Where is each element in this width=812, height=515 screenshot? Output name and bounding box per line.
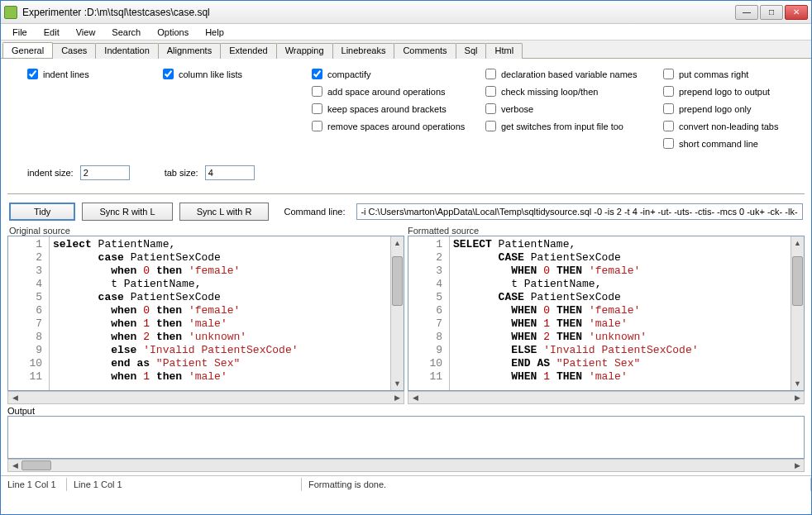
output-hscroll[interactable]: ◀ ▶ bbox=[7, 459, 805, 472]
chk-short-command-line-label: short command line bbox=[679, 139, 758, 149]
chk-verbose-box[interactable] bbox=[485, 103, 496, 114]
menu-view[interactable]: View bbox=[68, 26, 104, 39]
chk-prepend-logo-only[interactable]: prepend logo only bbox=[663, 103, 795, 114]
tab-size-input[interactable] bbox=[205, 165, 255, 180]
divider bbox=[7, 193, 805, 194]
chk-get-switches-box[interactable] bbox=[485, 121, 496, 131]
formatted-vscroll[interactable]: ▲ ▼ bbox=[791, 236, 804, 390]
chk-check-missing-loop[interactable]: check missing loop/then bbox=[485, 86, 663, 97]
chk-put-commas-right[interactable]: put commas right bbox=[663, 69, 795, 79]
menu-options[interactable]: Options bbox=[149, 26, 197, 39]
chk-prepend-logo-only-label: prepend logo only bbox=[679, 104, 751, 114]
scroll-left-icon[interactable]: ◀ bbox=[8, 460, 21, 471]
scroll-up-icon[interactable]: ▲ bbox=[791, 236, 804, 250]
chk-prepend-logo-output-label: prepend logo to output bbox=[679, 87, 770, 97]
chk-get-switches[interactable]: get switches from input file too bbox=[485, 121, 663, 131]
tab-alignments[interactable]: Alignments bbox=[158, 43, 221, 59]
chk-indent-lines-box[interactable] bbox=[27, 69, 38, 79]
original-gutter: 1 2 3 4 5 6 7 8 9 10 11 bbox=[8, 236, 50, 390]
menu-file[interactable]: File bbox=[4, 26, 36, 39]
tab-size-label: tab size: bbox=[165, 168, 198, 178]
titlebar[interactable]: Experimenter :D:\m\tsql\testcases\case.s… bbox=[1, 1, 811, 24]
tab-cases[interactable]: Cases bbox=[52, 43, 96, 59]
chk-keep-spaces-brackets[interactable]: keep spaces around brackets bbox=[312, 103, 485, 114]
chk-prepend-logo-only-box[interactable] bbox=[663, 103, 674, 114]
chk-decl-based-names-box[interactable] bbox=[485, 69, 496, 79]
indent-size-input[interactable] bbox=[80, 165, 130, 180]
menu-edit[interactable]: Edit bbox=[36, 26, 68, 39]
chk-remove-spaces-ops-label: remove spaces around operations bbox=[327, 122, 465, 131]
chk-decl-based-names-label: declaration based variable names bbox=[501, 69, 638, 79]
original-source-panel: 1 2 3 4 5 6 7 8 9 10 11 select PatientNa… bbox=[7, 236, 404, 391]
status-pos-left: Line 1 Col 1 bbox=[1, 478, 67, 491]
scroll-right-icon[interactable]: ▶ bbox=[390, 392, 404, 403]
tab-indentation[interactable]: Indentation bbox=[95, 43, 158, 59]
sync-l-with-r-button[interactable]: Sync L with R bbox=[179, 203, 270, 221]
chk-column-like-lists[interactable]: column like lists bbox=[163, 69, 312, 79]
chk-add-space-ops[interactable]: add space around operations bbox=[312, 86, 485, 97]
scroll-right-icon[interactable]: ▶ bbox=[791, 460, 804, 471]
scroll-down-icon[interactable]: ▼ bbox=[391, 377, 404, 390]
chk-check-missing-loop-box[interactable] bbox=[485, 86, 496, 97]
original-editor[interactable]: select PatientName, case PatientSexCode … bbox=[50, 236, 390, 390]
tab-extended[interactable]: Extended bbox=[220, 43, 276, 59]
scroll-down-icon[interactable]: ▼ bbox=[791, 377, 804, 390]
formatted-editor[interactable]: SELECT PatientName, CASE PatientSexCode … bbox=[450, 236, 791, 390]
original-hscroll[interactable]: ◀ ▶ bbox=[7, 391, 404, 404]
tidy-button[interactable]: Tidy bbox=[9, 203, 75, 221]
maximize-button[interactable]: □ bbox=[760, 5, 783, 20]
chk-prepend-logo-output-box[interactable] bbox=[663, 86, 674, 97]
chk-convert-tabs[interactable]: convert non-leading tabs bbox=[663, 121, 795, 131]
chk-keep-spaces-brackets-box[interactable] bbox=[312, 103, 322, 114]
chk-verbose-label: verbose bbox=[501, 104, 533, 114]
chk-compactify-label: compactify bbox=[327, 69, 371, 79]
tab-html[interactable]: Html bbox=[485, 43, 523, 59]
chk-convert-tabs-box[interactable] bbox=[663, 121, 674, 131]
chk-add-space-ops-box[interactable] bbox=[312, 86, 322, 97]
statusbar: Line 1 Col 1 Line 1 Col 1 Formatting is … bbox=[1, 475, 811, 492]
chk-remove-spaces-ops[interactable]: remove spaces around operations bbox=[312, 121, 485, 131]
original-source-label: Original source bbox=[7, 226, 406, 236]
command-line-label: Command line: bbox=[284, 207, 345, 217]
chk-column-like-lists-box[interactable] bbox=[163, 69, 174, 79]
status-pos-right: Line 1 Col 1 bbox=[67, 478, 302, 491]
tabstrip: General Cases Indentation Alignments Ext… bbox=[1, 41, 811, 59]
output-panel[interactable] bbox=[7, 416, 805, 459]
chk-compactify-box[interactable] bbox=[312, 69, 322, 79]
tab-sql[interactable]: Sql bbox=[456, 43, 487, 59]
scroll-up-icon[interactable]: ▲ bbox=[391, 236, 404, 250]
chk-compactify[interactable]: compactify bbox=[312, 69, 485, 79]
original-vthumb[interactable] bbox=[392, 256, 403, 306]
app-icon bbox=[4, 6, 17, 19]
chk-put-commas-right-box[interactable] bbox=[663, 69, 674, 79]
minimize-button[interactable]: — bbox=[735, 5, 758, 20]
tab-comments[interactable]: Comments bbox=[394, 43, 456, 59]
chk-prepend-logo-output[interactable]: prepend logo to output bbox=[663, 86, 795, 97]
chk-add-space-ops-label: add space around operations bbox=[327, 87, 446, 97]
chk-decl-based-names[interactable]: declaration based variable names bbox=[485, 69, 663, 79]
formatted-vthumb[interactable] bbox=[792, 256, 803, 306]
command-line-input[interactable] bbox=[356, 203, 803, 220]
tab-wrapping[interactable]: Wrapping bbox=[276, 43, 333, 59]
title-text: Experimenter :D:\m\tsql\testcases\case.s… bbox=[22, 7, 735, 18]
scroll-left-icon[interactable]: ◀ bbox=[8, 392, 21, 403]
action-bar: Tidy Sync R with L Sync L with R Command… bbox=[1, 198, 811, 226]
tab-linebreaks[interactable]: Linebreaks bbox=[332, 43, 395, 59]
tab-general[interactable]: General bbox=[2, 42, 53, 58]
menubar: File Edit View Search Options Help bbox=[1, 24, 811, 41]
chk-short-command-line[interactable]: short command line bbox=[663, 138, 795, 149]
chk-indent-lines[interactable]: indent lines bbox=[27, 69, 163, 79]
output-hthumb[interactable] bbox=[21, 460, 51, 470]
sync-r-with-l-button[interactable]: Sync R with L bbox=[82, 203, 172, 221]
original-vscroll[interactable]: ▲ ▼ bbox=[390, 236, 404, 390]
menu-help[interactable]: Help bbox=[197, 26, 232, 39]
scroll-right-icon[interactable]: ▶ bbox=[791, 392, 804, 403]
menu-search[interactable]: Search bbox=[103, 26, 149, 39]
chk-verbose[interactable]: verbose bbox=[485, 103, 663, 114]
chk-short-command-line-box[interactable] bbox=[663, 138, 674, 149]
app-window: Experimenter :D:\m\tsql\testcases\case.s… bbox=[0, 0, 812, 515]
scroll-left-icon[interactable]: ◀ bbox=[408, 392, 422, 403]
chk-remove-spaces-ops-box[interactable] bbox=[312, 121, 322, 131]
close-button[interactable]: ✕ bbox=[785, 5, 808, 20]
formatted-hscroll[interactable]: ◀ ▶ bbox=[408, 391, 805, 404]
